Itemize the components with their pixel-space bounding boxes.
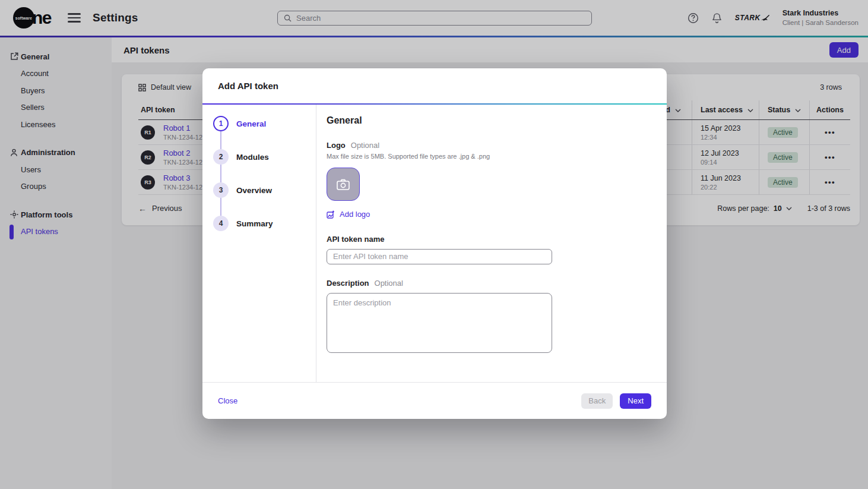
- api-token-name-input[interactable]: [327, 249, 552, 264]
- description-label: Description: [327, 279, 369, 288]
- step-modules[interactable]: 2 Modules: [213, 149, 316, 165]
- logo-label: Logo: [327, 141, 346, 150]
- step-summary[interactable]: 4 Summary: [213, 216, 316, 231]
- step-number: 1: [213, 116, 229, 131]
- camera-icon: [337, 179, 350, 190]
- step-general[interactable]: 1 General: [213, 116, 316, 131]
- modal-footer: Close Back Next: [202, 382, 667, 419]
- step-label: General: [236, 119, 266, 128]
- step-label: Summary: [236, 219, 273, 228]
- step-label: Modules: [236, 153, 269, 162]
- description-optional-tag: Optional: [375, 279, 403, 288]
- next-button[interactable]: Next: [620, 393, 651, 409]
- add-logo-label: Add logo: [340, 210, 370, 219]
- add-api-token-modal: Add API token 1 General 2 Modules 3 Over…: [202, 68, 667, 419]
- logo-upload-placeholder[interactable]: [327, 168, 360, 201]
- close-button[interactable]: Close: [218, 396, 237, 405]
- logo-hint: Max file size is 5MB. Supported file typ…: [327, 153, 649, 160]
- form-heading: General: [327, 115, 649, 126]
- logo-optional-tag: Optional: [351, 141, 379, 150]
- step-overview[interactable]: 3 Overview: [213, 182, 316, 198]
- step-connector: [220, 198, 221, 216]
- step-number: 3: [213, 182, 229, 198]
- general-step-form: General Logo Optional Max file size is 5…: [316, 105, 667, 382]
- api-token-name-label: API token name: [327, 235, 649, 244]
- add-image-icon: [327, 210, 335, 219]
- back-button[interactable]: Back: [581, 393, 613, 409]
- add-logo-button[interactable]: Add logo: [327, 210, 370, 219]
- wizard-stepper: 1 General 2 Modules 3 Overview 4 Summary: [202, 105, 316, 382]
- step-label: Overview: [236, 186, 272, 195]
- modal-title: Add API token: [202, 68, 667, 103]
- step-number: 4: [213, 216, 229, 231]
- step-number: 2: [213, 149, 229, 165]
- step-connector: [220, 131, 221, 149]
- description-textarea[interactable]: [327, 293, 552, 353]
- step-connector: [220, 165, 221, 182]
